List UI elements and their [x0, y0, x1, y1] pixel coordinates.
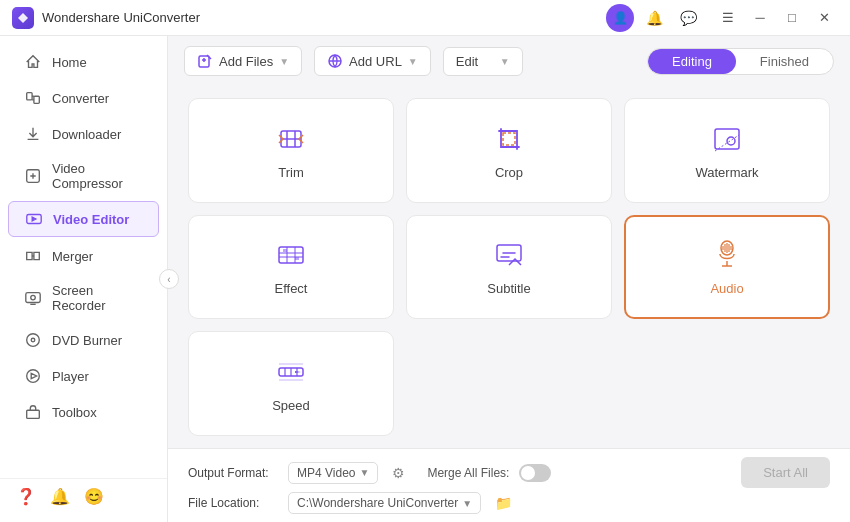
sidebar-label-toolbox: Toolbox — [52, 405, 97, 420]
compress-icon — [24, 167, 42, 185]
sidebar-item-player[interactable]: Player — [8, 359, 159, 393]
svg-rect-25 — [283, 249, 287, 252]
titlebar-right-icons: 👤 🔔 💬 — [606, 4, 702, 32]
audio-label: Audio — [710, 281, 743, 296]
sidebar-item-downloader[interactable]: Downloader — [8, 117, 159, 151]
titlebar: Wondershare UniConverter 👤 🔔 💬 ☰ ─ □ ✕ — [0, 0, 850, 36]
sidebar-item-screen-recorder[interactable]: Screen Recorder — [8, 275, 159, 321]
svg-rect-16 — [503, 133, 515, 145]
maximize-btn[interactable]: □ — [778, 4, 806, 32]
add-files-icon — [197, 53, 213, 69]
svg-rect-20 — [279, 247, 303, 263]
home-icon — [24, 53, 42, 71]
add-url-icon — [327, 53, 343, 69]
start-all-btn[interactable]: Start All — [741, 457, 830, 488]
tool-watermark[interactable]: Watermark — [624, 98, 830, 203]
sidebar-label-converter: Converter — [52, 91, 109, 106]
tool-trim[interactable]: Trim — [188, 98, 394, 203]
effect-label: Effect — [274, 281, 307, 296]
svg-point-7 — [31, 338, 35, 342]
sidebar-label-video-editor: Video Editor — [53, 212, 129, 227]
sidebar-label-dvd-burner: DVD Burner — [52, 333, 122, 348]
sidebar-item-home[interactable]: Home — [8, 45, 159, 79]
output-format-select[interactable]: MP4 Video ▼ — [288, 462, 378, 484]
tab-finished[interactable]: Finished — [736, 49, 833, 74]
sidebar-item-dvd-burner[interactable]: DVD Burner — [8, 323, 159, 357]
main-content: Add Files ▼ Add URL ▼ Edit ▼ Editing Fin… — [168, 36, 850, 522]
tools-grid: Trim Crop Watermark — [168, 86, 850, 448]
app-logo — [12, 7, 34, 29]
crop-icon — [491, 121, 527, 157]
subtitle-label: Subtitle — [487, 281, 530, 296]
watermark-label: Watermark — [695, 165, 758, 180]
smiley-icon[interactable]: 😊 — [84, 487, 104, 506]
tab-editing[interactable]: Editing — [648, 49, 736, 74]
output-format-label: Output Format: — [188, 466, 278, 480]
svg-rect-9 — [27, 410, 40, 418]
file-location-folder-icon[interactable]: 📁 — [495, 495, 512, 511]
sidebar: Home Converter Downloader Video Compress… — [0, 36, 168, 522]
collapse-sidebar-btn[interactable]: ‹ — [159, 269, 179, 289]
file-location-chevron: ▼ — [462, 498, 472, 509]
merge-all-toggle[interactable] — [519, 464, 551, 482]
audio-icon — [709, 237, 745, 273]
speed-icon — [273, 354, 309, 390]
notification-icon[interactable]: 🔔 — [50, 487, 70, 506]
sidebar-item-converter[interactable]: Converter — [8, 81, 159, 115]
downloader-icon — [24, 125, 42, 143]
edit-dropdown[interactable]: Edit ▼ — [443, 47, 523, 76]
sidebar-item-video-editor[interactable]: Video Editor — [8, 201, 159, 237]
sidebar-label-player: Player — [52, 369, 89, 384]
add-url-btn[interactable]: Add URL ▼ — [314, 46, 431, 76]
empty-cell-1 — [406, 331, 612, 436]
trim-icon — [273, 121, 309, 157]
video-editor-icon — [25, 210, 43, 228]
file-location-label: File Location: — [188, 496, 278, 510]
sidebar-item-video-compressor[interactable]: Video Compressor — [8, 153, 159, 199]
minimize-btn[interactable]: ─ — [746, 4, 774, 32]
sidebar-label-screen-recorder: Screen Recorder — [52, 283, 143, 313]
file-location-select[interactable]: C:\Wondershare UniConverter ▼ — [288, 492, 481, 514]
tool-effect[interactable]: Effect — [188, 215, 394, 320]
feedback-icon-btn[interactable]: 💬 — [674, 4, 702, 32]
sidebar-bottom: ❓ 🔔 😊 — [0, 478, 167, 514]
app-title: Wondershare UniConverter — [42, 10, 606, 25]
sidebar-item-merger[interactable]: Merger — [8, 239, 159, 273]
tool-speed[interactable]: Speed — [188, 331, 394, 436]
screen-record-icon — [24, 289, 42, 307]
tool-crop[interactable]: Crop — [406, 98, 612, 203]
svg-rect-4 — [26, 293, 40, 303]
dvd-icon — [24, 331, 42, 349]
window-controls: ☰ ─ □ ✕ — [714, 4, 838, 32]
file-location-row: File Location: C:\Wondershare UniConvert… — [188, 492, 830, 514]
trim-label: Trim — [278, 165, 304, 180]
sidebar-item-toolbox[interactable]: Toolbox — [8, 395, 159, 429]
user-icon-btn[interactable]: 👤 — [606, 4, 634, 32]
tab-group: Editing Finished — [647, 48, 834, 75]
close-btn[interactable]: ✕ — [810, 4, 838, 32]
bell-icon-btn[interactable]: 🔔 — [640, 4, 668, 32]
bottom-bar: Output Format: MP4 Video ▼ ⚙ Merge All F… — [168, 448, 850, 522]
help-icon[interactable]: ❓ — [16, 487, 36, 506]
output-format-settings-icon[interactable]: ⚙ — [392, 465, 405, 481]
svg-rect-26 — [295, 257, 299, 260]
speed-label: Speed — [272, 398, 310, 413]
toolbar: Add Files ▼ Add URL ▼ Edit ▼ Editing Fin… — [168, 36, 850, 86]
svg-point-5 — [31, 295, 36, 300]
tool-audio[interactable]: Audio — [624, 215, 830, 320]
edit-dropdown-label: Edit — [456, 54, 478, 69]
sidebar-label-video-compressor: Video Compressor — [52, 161, 143, 191]
svg-rect-1 — [34, 96, 39, 103]
menu-btn[interactable]: ☰ — [714, 4, 742, 32]
output-format-chevron: ▼ — [359, 467, 369, 478]
effect-icon — [273, 237, 309, 273]
tool-subtitle[interactable]: Subtitle — [406, 215, 612, 320]
add-url-label: Add URL — [349, 54, 402, 69]
add-files-btn[interactable]: Add Files ▼ — [184, 46, 302, 76]
subtitle-icon — [491, 237, 527, 273]
converter-icon — [24, 89, 42, 107]
app-body: Home Converter Downloader Video Compress… — [0, 36, 850, 522]
watermark-icon — [709, 121, 745, 157]
file-location-value: C:\Wondershare UniConverter — [297, 496, 458, 510]
add-url-chevron: ▼ — [408, 56, 418, 67]
